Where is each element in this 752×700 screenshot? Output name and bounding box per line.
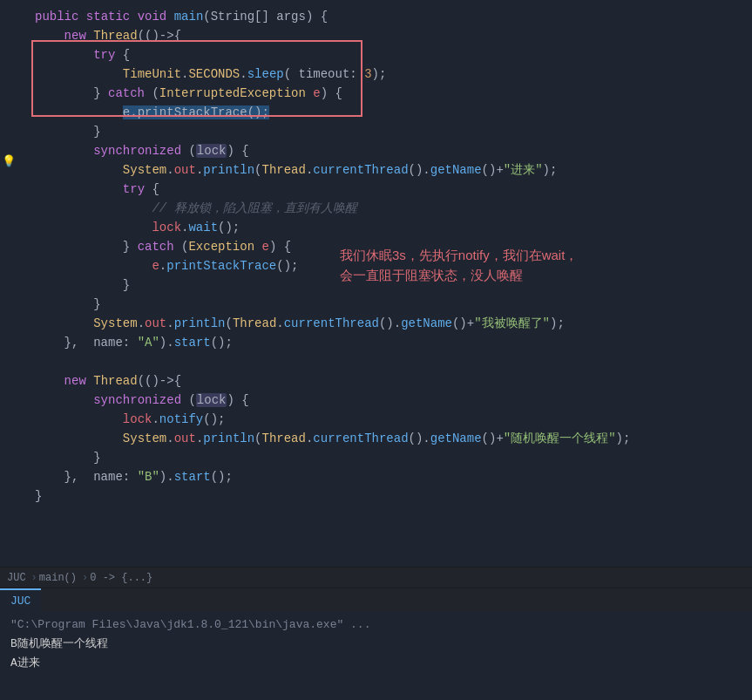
code-line: } <box>0 122 752 141</box>
code-line: System.out.println(Thread.currentThread(… <box>0 160 752 180</box>
line-code: } <box>31 295 752 314</box>
console-command: "C:\Program Files\Java\jdk1.8.0_121\bin\… <box>10 615 742 635</box>
code-line <box>0 352 752 371</box>
breadcrumb-separator: › <box>82 572 88 584</box>
breadcrumb-item-lambda[interactable]: 0 -> {...} <box>90 572 152 584</box>
breadcrumb-item-main[interactable]: main() <box>39 572 77 584</box>
line-code: } <box>31 448 752 467</box>
code-line: System.out.println(Thread.currentThread(… <box>0 314 752 333</box>
breadcrumb-item-juc[interactable]: JUC <box>7 572 26 584</box>
code-line: TimeUnit.SECONDS.sleep( timeout: 3); <box>0 65 752 84</box>
code-line: lock.wait(); <box>0 218 752 237</box>
code-line: } <box>0 448 752 467</box>
code-line: }, name: "A").start(); <box>0 333 752 352</box>
line-code: System.out.println(Thread.currentThread(… <box>31 160 752 180</box>
line-code: TimeUnit.SECONDS.sleep( timeout: 3); <box>31 65 752 84</box>
line-code: // 释放锁，陷入阻塞，直到有人唤醒 <box>31 199 752 218</box>
line-code: synchronized (lock) { <box>31 141 752 160</box>
console-output-1: B随机唤醒一个线程 <box>10 635 742 654</box>
line-code: } catch (InterruptedException e) { <box>31 84 752 103</box>
code-line: } catch (InterruptedException e) { <box>0 84 752 103</box>
line-code: } <box>31 122 752 141</box>
code-line: 💡 synchronized (lock) { <box>0 141 752 160</box>
code-line: } <box>0 486 752 506</box>
code-line: synchronized (lock) { <box>0 391 752 410</box>
tab-juc[interactable]: JUC <box>0 588 41 613</box>
code-line: }, name: "B").start(); <box>0 467 752 486</box>
breadcrumb-bar: JUC › main() › 0 -> {...} <box>0 567 752 588</box>
tab-bar: JUC <box>0 588 752 612</box>
code-line: public static void main(String[] args) { <box>0 7 752 26</box>
line-code: System.out.println(Thread.currentThread(… <box>31 314 752 333</box>
editor-area: public static void main(String[] args) {… <box>0 0 752 567</box>
line-code: new Thread(()->{ <box>31 26 752 45</box>
annotation-text: 我们休眠3s，先执行notify，我们在wait， 会一直阻于阻塞状态，没人唤醒 <box>340 246 578 285</box>
code-line: new Thread(()->{ <box>0 371 752 391</box>
code-line: try { <box>0 180 752 199</box>
line-code: System.out.println(Thread.currentThread(… <box>31 429 752 448</box>
line-code: new Thread(()->{ <box>31 371 752 391</box>
line-code: try { <box>31 45 752 65</box>
console-output-2: A进来 <box>10 654 742 673</box>
line-code: lock.wait(); <box>31 218 752 237</box>
line-code: }, name: "B").start(); <box>31 467 752 486</box>
line-code: } <box>31 486 752 506</box>
line-code: synchronized (lock) { <box>31 391 752 410</box>
code-line: new Thread(()->{ <box>0 26 752 45</box>
line-code: e.printStackTrace(); <box>31 103 752 122</box>
code-line: lock.notify(); <box>0 410 752 429</box>
breadcrumb-separator: › <box>31 572 37 584</box>
line-code: lock.notify(); <box>31 410 752 429</box>
line-code: public static void main(String[] args) { <box>31 7 752 26</box>
console-area: "C:\Program Files\Java\jdk1.8.0_121\bin\… <box>0 612 752 700</box>
code-line: // 释放锁，陷入阻塞，直到有人唤醒 <box>0 199 752 218</box>
code-line: e.printStackTrace(); <box>0 103 752 122</box>
line-code: try { <box>31 180 752 199</box>
line-code: }, name: "A").start(); <box>31 333 752 352</box>
code-line: try { <box>0 45 752 65</box>
code-line: } <box>0 295 752 314</box>
code-line: System.out.println(Thread.currentThread(… <box>0 429 752 448</box>
